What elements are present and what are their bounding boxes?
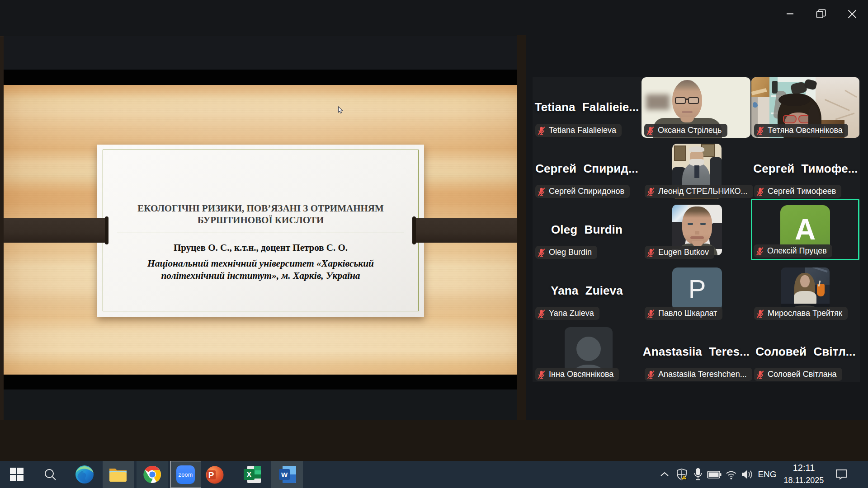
svg-text:W: W [281,471,288,479]
svg-text:P: P [208,470,214,480]
svg-text:X: X [246,470,252,479]
